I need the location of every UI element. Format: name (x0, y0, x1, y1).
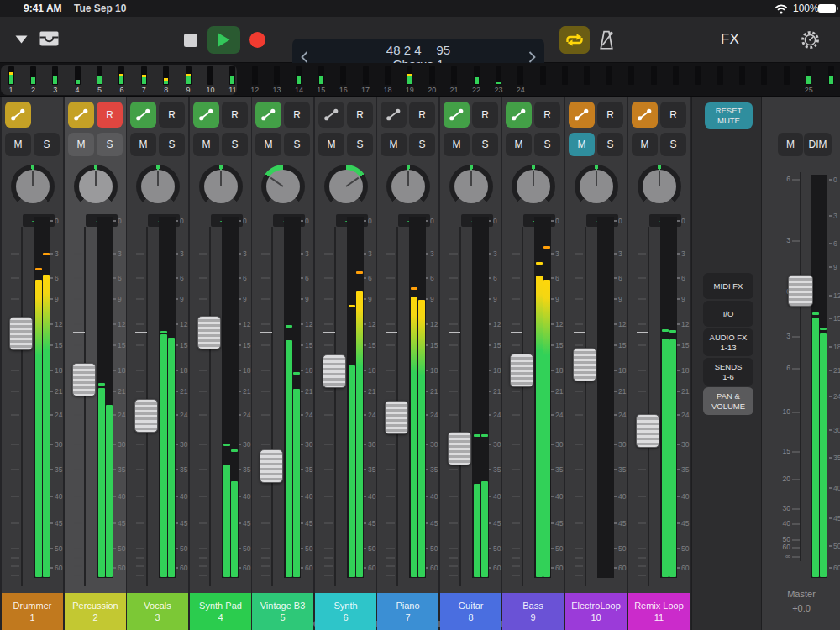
solo-button[interactable]: S (347, 133, 373, 156)
overview-meter[interactable] (318, 66, 324, 85)
overview-meter[interactable] (207, 66, 213, 85)
fader-handle[interactable] (323, 354, 346, 388)
fader-handle[interactable] (197, 316, 221, 349)
fader-handle[interactable] (573, 348, 596, 381)
record-enable-button[interactable]: R (597, 102, 623, 128)
mute-button[interactable]: M (68, 133, 94, 156)
overview-meter[interactable] (296, 66, 302, 85)
play-button[interactable] (207, 26, 240, 54)
overview-meter[interactable] (651, 66, 657, 85)
solo-button[interactable]: S (34, 133, 60, 156)
fader-track[interactable] (334, 227, 336, 586)
record-enable-button[interactable]: R (222, 102, 248, 128)
settings-gear-icon[interactable] (799, 29, 822, 51)
mute-button[interactable]: M (318, 133, 344, 156)
overview-meter[interactable] (784, 66, 790, 85)
overview-meter[interactable] (163, 66, 169, 85)
pan-knob[interactable] (74, 165, 118, 208)
track-name-label[interactable]: Remix Loop11 (628, 593, 690, 630)
mute-button[interactable]: M (193, 133, 219, 156)
record-enable-button[interactable]: R (534, 102, 560, 128)
fader-track[interactable] (271, 227, 273, 586)
overview-meter[interactable] (8, 66, 14, 85)
overview-meter[interactable] (761, 66, 767, 85)
solo-button[interactable]: S (222, 133, 248, 156)
view-button-sends-1-6[interactable]: SENDS 1-6 (703, 358, 753, 386)
overview-meter[interactable] (274, 66, 280, 85)
master-fader-handle[interactable] (788, 275, 813, 307)
fader-handle[interactable] (510, 354, 533, 387)
record-enable-button[interactable]: R (472, 102, 498, 128)
automation-mode-button[interactable] (5, 102, 31, 128)
fader-track[interactable] (459, 227, 461, 586)
view-button-pan-volume[interactable]: PAN & VOLUME (703, 387, 753, 415)
fader-handle[interactable] (9, 317, 33, 350)
lcd-next-icon[interactable] (528, 51, 536, 63)
track-name-label[interactable]: Percussion2 (65, 593, 126, 630)
record-enable-button[interactable]: R (284, 102, 310, 128)
automation-mode-button[interactable] (506, 102, 532, 128)
fader-handle[interactable] (385, 401, 408, 434)
overview-meter[interactable] (186, 66, 192, 85)
solo-button[interactable]: S (409, 133, 435, 156)
record-enable-button[interactable]: R (97, 102, 123, 128)
fader-track[interactable] (522, 227, 523, 586)
overview-meter[interactable] (407, 66, 412, 85)
fader-handle[interactable] (448, 432, 471, 465)
solo-button[interactable]: S (284, 133, 310, 156)
overview-meter[interactable] (141, 66, 147, 85)
automation-mode-button[interactable] (569, 102, 595, 128)
track-name-label[interactable]: Drummer1 (2, 593, 63, 630)
fader-track[interactable] (209, 227, 211, 586)
pan-knob[interactable] (261, 165, 305, 208)
overview-meter[interactable] (606, 66, 612, 85)
tray-icon[interactable] (39, 30, 60, 47)
master-name-label[interactable]: Master (762, 589, 840, 599)
overview-meter[interactable] (52, 66, 58, 85)
overview-meter[interactable] (340, 66, 346, 85)
track-name-label[interactable]: ElectroLoop10 (565, 593, 627, 630)
overview-meter[interactable] (828, 66, 834, 85)
automation-mode-button[interactable] (381, 102, 407, 128)
overview-meter[interactable] (540, 66, 546, 85)
overview-meter[interactable] (584, 66, 590, 85)
overview-meter[interactable] (562, 66, 568, 85)
mute-button[interactable]: M (130, 133, 156, 156)
fader-handle[interactable] (636, 414, 659, 448)
track-name-label[interactable]: Guitar8 (440, 593, 501, 630)
overview-meter[interactable] (429, 66, 435, 85)
record-enable-button[interactable]: R (347, 102, 373, 128)
overview-meter[interactable] (474, 66, 480, 85)
pan-knob[interactable] (136, 165, 180, 208)
overview-meter[interactable] (695, 66, 701, 85)
reset-mute-button[interactable]: RESET MUTE (705, 102, 753, 129)
lcd-prev-icon[interactable] (301, 51, 308, 63)
overview-meter[interactable] (496, 66, 501, 85)
overview-meter[interactable] (75, 66, 81, 85)
track-name-label[interactable]: Synth6 (315, 593, 376, 630)
fader-handle[interactable] (134, 399, 158, 433)
overview-meter[interactable] (517, 66, 523, 85)
track-name-label[interactable]: Bass9 (502, 593, 564, 630)
automation-mode-button[interactable] (193, 102, 219, 128)
overview-meter[interactable] (628, 66, 634, 85)
view-button-midi-fx[interactable]: MIDI FX (703, 273, 753, 299)
mute-button[interactable]: M (569, 133, 595, 156)
fx-button[interactable]: FX (721, 31, 739, 48)
solo-button[interactable]: S (159, 133, 185, 156)
overview-meter[interactable] (118, 66, 124, 85)
record-button[interactable] (249, 32, 265, 48)
cycle-button[interactable] (559, 26, 590, 54)
automation-mode-button[interactable] (318, 102, 344, 128)
overview-meter[interactable] (363, 66, 369, 85)
overview-meter[interactable] (739, 66, 745, 85)
track-name-label[interactable]: Vocals3 (127, 593, 188, 630)
automation-mode-button[interactable] (130, 102, 156, 128)
track-name-label[interactable]: Synth Pad4 (190, 593, 251, 630)
automation-mode-button[interactable] (444, 102, 470, 128)
pan-knob[interactable] (386, 165, 430, 208)
automation-mode-button[interactable] (632, 102, 658, 128)
solo-button[interactable]: S (534, 133, 560, 156)
mute-button[interactable]: M (506, 133, 532, 156)
track-name-label[interactable]: Piano7 (377, 593, 438, 630)
